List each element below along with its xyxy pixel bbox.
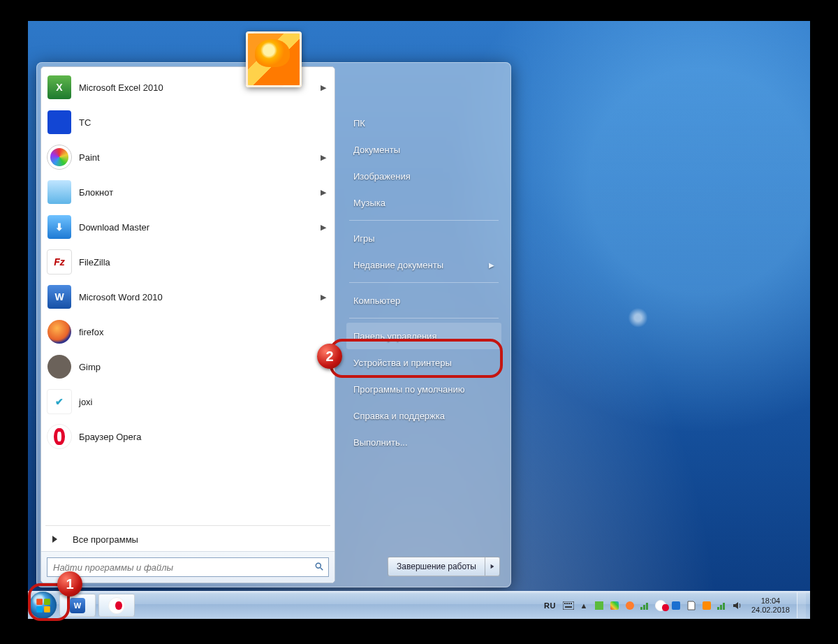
tray-icon-1[interactable] bbox=[594, 600, 605, 611]
tray-icon-5[interactable] bbox=[701, 600, 712, 611]
svg-rect-13 bbox=[643, 605, 645, 610]
taskbar-app-opera[interactable] bbox=[98, 594, 135, 617]
tray-up-icon[interactable]: ▲ bbox=[578, 600, 589, 611]
clock-time: 18:04 bbox=[751, 597, 790, 606]
right-item[interactable]: Устройства и принтеры bbox=[346, 349, 501, 376]
ff-icon bbox=[47, 319, 72, 344]
program-item[interactable]: Gimp bbox=[43, 349, 333, 384]
svg-rect-6 bbox=[563, 601, 574, 610]
search-input[interactable] bbox=[47, 562, 310, 573]
program-item[interactable]: TC bbox=[43, 105, 333, 140]
svg-rect-12 bbox=[640, 607, 642, 610]
program-item[interactable]: joxi bbox=[43, 384, 333, 419]
note-icon bbox=[47, 180, 72, 205]
shutdown-button[interactable]: Завершение работы bbox=[388, 557, 485, 576]
tray-icon-opera[interactable] bbox=[655, 600, 666, 611]
taskbar-clock[interactable]: 18:04 24.02.2018 bbox=[751, 597, 790, 614]
right-item[interactable]: Компьютер bbox=[346, 287, 501, 314]
separator bbox=[349, 318, 499, 319]
shutdown-button-group: Завершение работы bbox=[388, 557, 500, 576]
right-item-label: Недавние документы bbox=[353, 260, 443, 270]
program-label: Блокнот bbox=[79, 187, 321, 198]
right-item[interactable]: Изображения bbox=[346, 163, 501, 189]
program-item[interactable]: Microsoft Word 2010▶ bbox=[43, 279, 333, 314]
fz-icon bbox=[47, 249, 72, 275]
tray-icon-2[interactable] bbox=[609, 600, 620, 611]
gimp-icon bbox=[47, 354, 72, 379]
right-item[interactable]: Справка и поддержка bbox=[346, 402, 501, 429]
right-item[interactable]: Музыка bbox=[346, 189, 501, 216]
tray-icon-4[interactable] bbox=[670, 600, 682, 611]
svg-rect-14 bbox=[646, 603, 648, 610]
program-label: FileZilla bbox=[79, 257, 326, 268]
program-label: Download Master bbox=[79, 222, 321, 233]
start-menu-left-pane: Microsoft Excel 2010▶TCPaint▶Блокнот▶Dow… bbox=[41, 66, 335, 583]
system-tray: RU ▲ 18:04 24.02.2018 bbox=[541, 592, 810, 618]
program-item[interactable]: Блокнот▶ bbox=[43, 175, 333, 210]
right-item-control-panel[interactable]: Панель управления bbox=[346, 323, 501, 349]
user-avatar[interactable] bbox=[246, 31, 302, 87]
right-item[interactable]: ПК bbox=[346, 110, 501, 136]
screenshot-frame: Microsoft Excel 2010▶TCPaint▶Блокнот▶Dow… bbox=[28, 21, 810, 619]
keyboard-icon[interactable] bbox=[563, 600, 574, 611]
separator bbox=[349, 220, 499, 221]
svg-line-1 bbox=[321, 567, 323, 570]
submenu-arrow-icon: ▶ bbox=[321, 83, 326, 92]
separator bbox=[349, 282, 499, 283]
network-icon-2[interactable] bbox=[716, 600, 728, 611]
search-icon[interactable] bbox=[310, 562, 328, 573]
right-item-label: Игры bbox=[353, 233, 375, 244]
svg-rect-15 bbox=[717, 607, 719, 610]
program-item[interactable]: firefox bbox=[43, 314, 333, 349]
program-item[interactable]: Download Master▶ bbox=[43, 210, 333, 244]
svg-rect-8 bbox=[566, 603, 568, 604]
right-item-label: ПК bbox=[353, 118, 365, 129]
program-item[interactable]: Браузер Opera bbox=[43, 419, 333, 454]
submenu-arrow-icon: ▶ bbox=[321, 293, 326, 302]
taskbar-app-word[interactable] bbox=[59, 594, 96, 617]
opera-icon bbox=[47, 424, 72, 449]
joxi-icon bbox=[47, 389, 72, 414]
submenu-arrow-icon: ▶ bbox=[489, 261, 494, 269]
network-icon[interactable] bbox=[640, 600, 651, 611]
program-label: Microsoft Word 2010 bbox=[79, 292, 321, 302]
annotation-badge-1: 1 bbox=[57, 571, 82, 597]
right-item[interactable]: Программы по умолчанию bbox=[346, 376, 501, 402]
annotation-badge-2: 2 bbox=[317, 344, 342, 369]
start-button[interactable] bbox=[29, 592, 57, 619]
shutdown-options-button[interactable] bbox=[485, 557, 500, 576]
search-box[interactable] bbox=[47, 557, 329, 577]
dm-icon bbox=[47, 214, 72, 240]
show-desktop-button[interactable] bbox=[797, 592, 806, 618]
language-indicator[interactable]: RU bbox=[541, 601, 559, 610]
svg-rect-10 bbox=[571, 603, 572, 604]
submenu-arrow-icon: ▶ bbox=[321, 153, 326, 162]
action-center-icon[interactable] bbox=[686, 600, 697, 611]
all-programs-button[interactable]: Все программы bbox=[41, 527, 335, 551]
right-item[interactable]: Недавние документы▶ bbox=[346, 251, 501, 278]
svg-rect-2 bbox=[36, 599, 43, 605]
taskbar: RU ▲ 18:04 24.02.2018 bbox=[28, 591, 810, 619]
volume-icon[interactable] bbox=[732, 600, 743, 611]
right-item-label: Документы bbox=[353, 145, 400, 155]
triangle-right-icon bbox=[52, 536, 57, 543]
excel-icon bbox=[47, 75, 72, 100]
right-item[interactable]: Выполнить... bbox=[346, 429, 501, 455]
clock-date: 24.02.2018 bbox=[751, 606, 790, 615]
right-item[interactable]: Игры bbox=[346, 225, 501, 251]
program-item[interactable]: Paint▶ bbox=[43, 140, 333, 175]
start-menu: Microsoft Excel 2010▶TCPaint▶Блокнот▶Dow… bbox=[36, 62, 511, 587]
program-label: firefox bbox=[79, 327, 326, 337]
windows-logo-icon bbox=[34, 597, 52, 615]
svg-rect-11 bbox=[565, 606, 572, 608]
svg-rect-5 bbox=[44, 606, 50, 613]
word-icon bbox=[47, 284, 72, 309]
tray-icon-3[interactable] bbox=[624, 600, 635, 611]
svg-rect-4 bbox=[36, 606, 43, 613]
right-item-label: Устройства и принтеры bbox=[353, 358, 452, 368]
program-item[interactable]: FileZilla bbox=[43, 244, 333, 279]
submenu-arrow-icon: ▶ bbox=[321, 223, 326, 232]
svg-rect-17 bbox=[723, 603, 725, 610]
right-item-label: Компьютер bbox=[353, 295, 400, 306]
right-item[interactable]: Документы bbox=[346, 136, 501, 163]
